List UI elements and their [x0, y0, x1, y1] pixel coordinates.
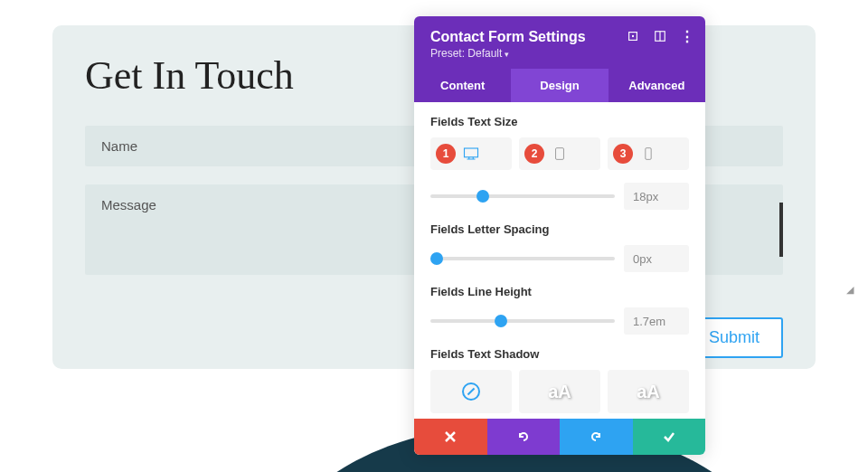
svg-rect-8 [556, 148, 564, 160]
marker-3: 3 [613, 144, 633, 164]
undo-icon [516, 430, 531, 444]
svg-point-1 [632, 35, 634, 37]
check-icon [662, 430, 676, 444]
shadow-sample-2: aA [637, 382, 660, 402]
svg-rect-9 [646, 148, 651, 160]
none-icon [462, 382, 480, 401]
tab-design[interactable]: Design [511, 69, 608, 102]
label-line-height: Fields Line Height [430, 285, 689, 298]
tablet-icon [552, 147, 568, 160]
textarea-resize-handle[interactable]: ◢ [846, 284, 854, 296]
layout-icon[interactable] [653, 29, 667, 43]
line-height-slider[interactable] [430, 319, 615, 323]
redo-button[interactable] [560, 419, 633, 455]
tab-advanced[interactable]: Advanced [609, 69, 705, 102]
tab-content[interactable]: Content [414, 69, 511, 102]
redo-icon [589, 430, 603, 444]
panel-header: Contact Form Settings Preset: Default ⋮ [414, 16, 705, 69]
device-desktop-button[interactable]: 1 [430, 137, 512, 170]
marker-2: 2 [524, 144, 544, 164]
cancel-button[interactable] [414, 419, 487, 455]
undo-button[interactable] [487, 419, 561, 455]
panel-body: Fields Text Size 1 2 3 18px Fields Lette… [414, 102, 705, 419]
shadow-option-2[interactable]: aA [608, 370, 689, 413]
preset-dropdown[interactable]: Preset: Default [430, 47, 689, 60]
save-button[interactable] [633, 419, 706, 455]
letter-spacing-slider[interactable] [430, 257, 615, 260]
shadow-none-button[interactable] [430, 370, 512, 413]
phone-icon [640, 147, 656, 160]
label-text-shadow: Fields Text Shadow [430, 347, 689, 361]
expand-icon[interactable] [626, 29, 640, 43]
desktop-icon [463, 147, 479, 160]
device-tablet-button[interactable]: 2 [519, 137, 600, 170]
svg-rect-4 [465, 148, 478, 157]
label-letter-spacing: Fields Letter Spacing [430, 222, 689, 236]
shadow-option-1[interactable]: aA [519, 370, 600, 413]
close-icon [443, 430, 458, 444]
line-height-value[interactable]: 1.7em [624, 307, 689, 335]
letter-spacing-value[interactable]: 0px [624, 245, 689, 272]
label-text-size: Fields Text Size [430, 115, 689, 128]
more-icon[interactable]: ⋮ [680, 29, 694, 43]
device-phone-button[interactable]: 3 [608, 137, 689, 170]
text-size-slider[interactable] [430, 194, 615, 198]
shadow-sample-1: aA [548, 382, 571, 402]
marker-1: 1 [436, 144, 456, 164]
settings-panel: Contact Form Settings Preset: Default ⋮ … [414, 16, 705, 455]
panel-footer [414, 419, 705, 455]
text-size-value[interactable]: 18px [624, 183, 689, 210]
responsive-device-tabs: 1 2 3 [430, 137, 689, 170]
panel-tabs: Content Design Advanced [414, 69, 705, 102]
